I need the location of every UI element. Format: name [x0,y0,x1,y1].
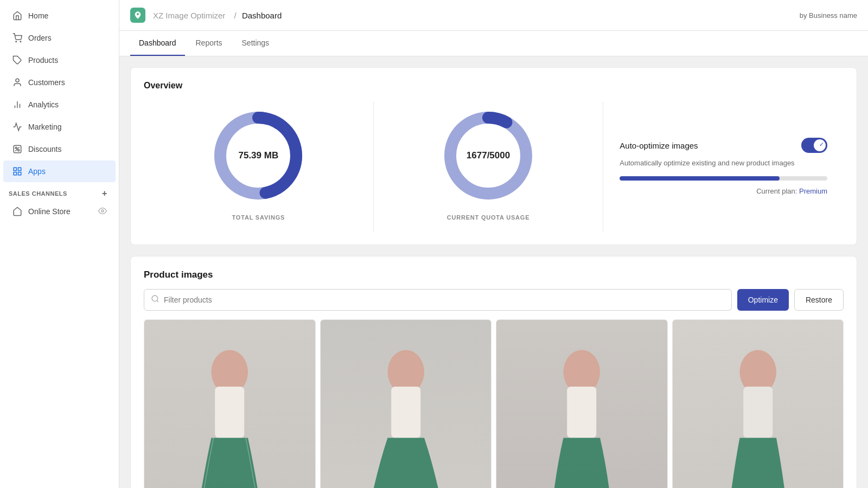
store-icon [12,206,23,217]
sidebar-item-label: Products [28,56,58,65]
content-area: Overview 75.39 MB TOTAL SAVINGS [119,56,868,488]
sidebar-item-label: Orders [28,34,52,42]
auto-optimize-description: Automatically optimize existing and new … [620,158,827,168]
home-icon [12,10,23,21]
sidebar-item-label: Apps [28,167,46,176]
svg-point-1 [20,41,21,42]
plan-progress-fill [620,176,780,181]
by-business-name: by Business name [800,11,857,20]
sidebar-item-apps[interactable]: Apps [3,160,116,182]
svg-point-7 [15,147,17,149]
tab-dashboard[interactable]: Dashboard [130,31,185,56]
svg-rect-11 [14,168,16,170]
apps-icon [12,166,23,177]
eye-icon[interactable] [98,207,107,217]
sidebar-item-label: Home [28,11,48,20]
add-sales-channel-button[interactable]: + [99,188,110,199]
optimize-button[interactable]: Optimize [737,289,789,311]
svg-point-8 [18,150,20,151]
restore-button[interactable]: Restore [794,289,844,311]
svg-point-20 [152,296,158,301]
plan-progress-bar [620,176,827,181]
quota-usage-section: 1677/5000 CURRENT QUOTA USAGE [374,101,604,232]
sidebar-item-label: Marketing [28,123,61,131]
sidebar-item-label: Discounts [28,145,61,153]
svg-rect-12 [18,168,21,170]
sidebar-item-label: Analytics [28,100,59,109]
svg-point-15 [101,210,104,212]
chart-icon [12,99,23,110]
app-icon [130,8,145,23]
quota-usage-donut: 1677/5000 [439,107,537,204]
product-image-2: -36% [320,319,492,488]
svg-point-3 [16,79,19,82]
product-images-title: Product images [144,269,844,280]
auto-optimize-title: Auto-optimize images [620,141,698,150]
main-content: XZ Image Optimizer / Dashboard by Busine… [119,0,868,488]
image-grid: -35% -36% [144,319,844,488]
tag-icon [12,55,23,66]
total-savings-donut: 75.39 MB [209,107,307,204]
tab-bar: Dashboard Reports Settings [119,31,868,56]
product-image-1: -35% [144,319,316,488]
sidebar-item-home[interactable]: Home [3,5,116,27]
topbar-left: XZ Image Optimizer / Dashboard [130,8,282,23]
auto-optimize-header: Auto-optimize images ✓ [620,138,827,153]
search-bar [144,289,732,311]
auto-optimize-toggle[interactable]: ✓ [801,138,827,153]
sidebar: Home Orders Products Customers Analytics [0,0,119,488]
quota-usage-value: 1677/5000 [467,150,510,161]
sidebar-item-customers[interactable]: Customers [3,72,116,93]
discount-icon [12,144,23,155]
sidebar-item-products[interactable]: Products [3,49,116,71]
svg-rect-13 [18,172,21,175]
sales-channels-header: SALES CHANNELS + [0,183,119,201]
search-input[interactable] [164,296,725,304]
overview-card: Overview 75.39 MB TOTAL SAVINGS [130,67,857,245]
svg-rect-29 [743,387,773,438]
sidebar-item-label: Customers [28,78,65,87]
product-image-4 [672,319,844,488]
premium-plan-link[interactable]: Premium [799,187,827,195]
overview-title: Overview [144,81,844,91]
toggle-check-icon: ✓ [819,141,824,148]
tab-settings[interactable]: Settings [233,31,278,56]
sidebar-item-online-store[interactable]: Online Store [3,202,116,221]
total-savings-label: TOTAL SAVINGS [232,214,285,221]
quota-usage-label: CURRENT QUOTA USAGE [447,214,530,221]
svg-rect-25 [391,387,420,438]
sidebar-item-analytics[interactable]: Analytics [3,94,116,115]
current-plan-info: Current plan: Premium [620,187,827,195]
sidebar-item-orders[interactable]: Orders [3,27,116,49]
svg-point-0 [16,41,17,42]
online-store-label: Online Store [28,207,71,216]
svg-line-9 [15,147,20,151]
total-savings-section: 75.39 MB TOTAL SAVINGS [144,101,374,232]
search-icon [151,294,159,305]
svg-line-21 [157,300,158,302]
svg-rect-14 [14,172,16,175]
orders-icon [12,33,23,43]
megaphone-icon [12,121,23,132]
total-savings-value: 75.39 MB [238,150,278,161]
topbar: XZ Image Optimizer / Dashboard by Busine… [119,0,868,31]
tab-reports[interactable]: Reports [187,31,231,56]
product-image-3: Processing [496,319,668,488]
person-icon [12,77,23,88]
svg-rect-27 [567,387,596,438]
auto-optimize-section: Auto-optimize images ✓ Automatically opt… [603,101,844,232]
product-images-card: Product images Optimize Restore [130,256,857,488]
svg-rect-23 [215,387,244,438]
search-and-buttons: Optimize Restore [144,289,844,311]
sidebar-item-marketing[interactable]: Marketing [3,116,116,138]
overview-grid: 75.39 MB TOTAL SAVINGS 1677/5000 CURRENT… [144,101,844,232]
sidebar-item-discounts[interactable]: Discounts [3,138,116,160]
topbar-title: XZ Image Optimizer / Dashboard [150,11,282,20]
